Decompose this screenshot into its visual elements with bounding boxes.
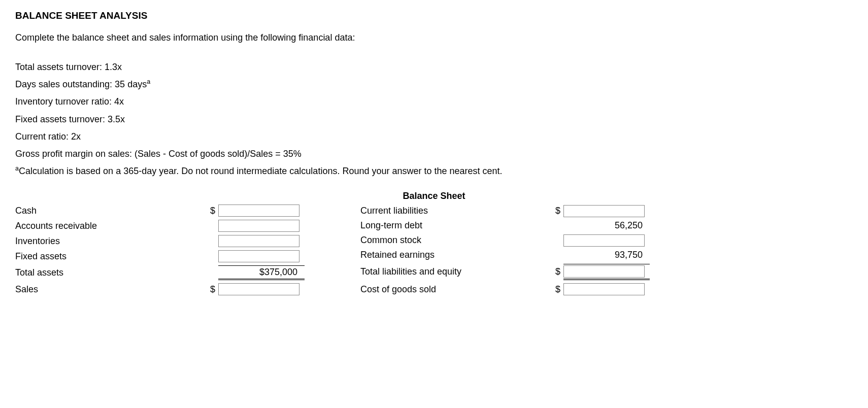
input-accounts-receivable[interactable] <box>218 220 299 232</box>
input-sales[interactable] <box>218 283 299 295</box>
data-days-sales-outstanding: Days sales outstanding: 35 daysa <box>15 76 853 93</box>
label-sales: Sales <box>15 284 203 295</box>
input-fixed-assets[interactable] <box>218 250 299 262</box>
label-cost-of-goods-sold: Cost of goods sold <box>360 284 548 295</box>
assets-column: Cash $ Accounts receivable Inventories F… <box>15 205 305 295</box>
input-current-liabilities[interactable] <box>563 205 645 217</box>
label-cash: Cash <box>15 206 203 216</box>
label-total-assets: Total assets <box>15 267 203 278</box>
label-accounts-receivable: Accounts receivable <box>15 221 203 231</box>
label-total-liabilities-equity: Total liabilities and equity <box>360 266 548 277</box>
instructions: Complete the balance sheet and sales inf… <box>15 32 853 43</box>
data-total-assets-turnover: Total assets turnover: 1.3x <box>15 58 853 76</box>
data-fixed-assets-turnover: Fixed assets turnover: 3.5x <box>15 111 853 128</box>
dollar-sign: $ <box>548 206 563 216</box>
label-retained-earnings: Retained earnings <box>360 250 548 260</box>
label-inventories: Inventories <box>15 236 203 247</box>
input-cash[interactable] <box>218 205 299 217</box>
dollar-sign: $ <box>203 284 218 295</box>
value-retained-earnings: 93,750 <box>563 250 650 260</box>
balance-sheet-heading: Balance Sheet <box>256 191 612 201</box>
input-common-stock[interactable] <box>563 234 645 247</box>
dollar-sign: $ <box>548 266 563 277</box>
label-common-stock: Common stock <box>360 235 548 246</box>
data-current-ratio: Current ratio: 2x <box>15 128 853 145</box>
label-fixed-assets: Fixed assets <box>15 251 203 262</box>
value-total-assets: $375,000 <box>218 265 305 280</box>
data-inventory-turnover: Inventory turnover ratio: 4x <box>15 93 853 110</box>
input-inventories[interactable] <box>218 235 299 247</box>
page-title: BALANCE SHEET ANALYSIS <box>15 10 853 21</box>
label-current-liabilities: Current liabilities <box>360 206 548 216</box>
balance-sheet: Cash $ Accounts receivable Inventories F… <box>15 205 853 295</box>
input-total-liabilities-equity[interactable] <box>563 265 645 278</box>
input-cost-of-goods-sold[interactable] <box>563 283 645 295</box>
label-long-term-debt: Long-term debt <box>360 220 548 231</box>
footnote: aCalculation is based on a 365-day year.… <box>15 162 853 180</box>
liabilities-equity-column: Current liabilities $ Long-term debt 56,… <box>360 205 650 295</box>
data-gross-profit-margin: Gross profit margin on sales: (Sales - C… <box>15 145 853 162</box>
dollar-sign: $ <box>203 206 218 216</box>
value-long-term-debt: 56,250 <box>563 220 650 231</box>
dollar-sign: $ <box>548 284 563 295</box>
financial-data-list: Total assets turnover: 1.3x Days sales o… <box>15 58 853 180</box>
